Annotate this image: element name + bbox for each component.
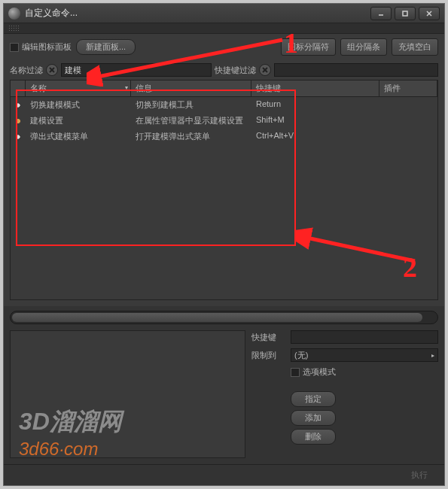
cell-name: 切换建模模式	[26, 99, 131, 111]
col-shortcut[interactable]: 快捷键	[251, 80, 379, 96]
new-panel-button[interactable]: 新建面板...	[76, 39, 136, 55]
maximize-button[interactable]	[395, 7, 416, 20]
table-row[interactable]: 建模设置在属性管理器中显示建模设置Shift+M	[11, 113, 437, 129]
dock-gripper[interactable]	[4, 23, 444, 34]
sort-indicator-icon: ▾	[125, 84, 128, 91]
cell-info: 在属性管理器中显示建模设置	[131, 114, 251, 127]
gear-icon	[15, 117, 21, 126]
titlebar: 自定义命令...	[4, 4, 444, 23]
cell-shortcut: Shift+M	[251, 114, 379, 127]
cell-info: 切换到建模工具	[131, 99, 251, 111]
chevron-down-icon: ▸	[431, 352, 434, 359]
filter-row: 名称过滤 快捷键过滤	[4, 60, 444, 80]
table-body[interactable]: 切换建模模式切换到建模工具Return建模设置在属性管理器中显示建模设置Shif…	[10, 97, 438, 300]
minimize-button[interactable]	[370, 7, 392, 20]
horizontal-scrollbar[interactable]	[10, 311, 438, 324]
name-filter-input[interactable]	[61, 63, 212, 77]
clear-name-filter-button[interactable]	[46, 64, 58, 76]
command-preview-pane	[10, 330, 245, 458]
shortcut-filter-input[interactable]	[274, 63, 438, 77]
command-icon	[15, 101, 21, 110]
clear-shortcut-filter-button[interactable]	[259, 64, 271, 76]
cell-info: 打开建模弹出式菜单	[131, 130, 251, 143]
table-header: 名称▾ 信息 快捷键 插件	[10, 80, 438, 97]
col-info[interactable]: 信息	[131, 80, 251, 96]
cell-name: 建模设置	[26, 114, 131, 127]
col-name[interactable]: 名称▾	[26, 80, 131, 96]
restrict-label: 限制到	[251, 350, 285, 361]
app-icon	[8, 8, 20, 20]
shortcut-label: 快捷键	[251, 332, 285, 343]
command-icon	[15, 132, 21, 141]
cell-shortcut: Ctrl+Alt+V	[251, 130, 379, 143]
restrict-value: (无)	[294, 350, 308, 361]
window-title: 自定义命令...	[25, 7, 370, 20]
shortcut-input[interactable]	[291, 330, 438, 344]
cell-name: 弹出式建模菜单	[26, 130, 131, 143]
add-button[interactable]: 添加	[291, 410, 336, 426]
cell-shortcut: Return	[251, 99, 379, 111]
close-button[interactable]	[419, 7, 440, 20]
restrict-select[interactable]: (无) ▸	[291, 348, 438, 362]
toolbar: 编辑图标面板 新建面板... 图标分隔符 组分隔条 充填空白	[4, 34, 444, 60]
assign-button[interactable]: 指定	[291, 391, 336, 407]
col-plugin[interactable]: 插件	[379, 80, 437, 96]
edit-icon-panel-label: 编辑图标面板	[22, 41, 72, 53]
edit-icon-panel-checkbox[interactable]: 编辑图标面板	[10, 41, 72, 53]
option-mode-label: 选项模式	[303, 366, 336, 378]
svg-rect-1	[403, 11, 407, 16]
group-separator-button[interactable]: 组分隔条	[340, 38, 387, 56]
icon-separator-button[interactable]: 图标分隔符	[281, 38, 336, 56]
name-filter-label: 名称过滤	[10, 65, 43, 76]
fill-blank-button[interactable]: 充填空白	[392, 38, 438, 56]
delete-button[interactable]: 删除	[291, 429, 336, 445]
table-row[interactable]: 切换建模模式切换到建模工具Return	[11, 97, 437, 113]
table-row[interactable]: 弹出式建模菜单打开建模弹出式菜单Ctrl+Alt+V	[11, 129, 437, 144]
shortcut-filter-label: 快捷键过滤	[215, 65, 256, 76]
option-mode-checkbox[interactable]: 选项模式	[291, 366, 336, 378]
execute-button[interactable]: 执行	[402, 468, 437, 482]
